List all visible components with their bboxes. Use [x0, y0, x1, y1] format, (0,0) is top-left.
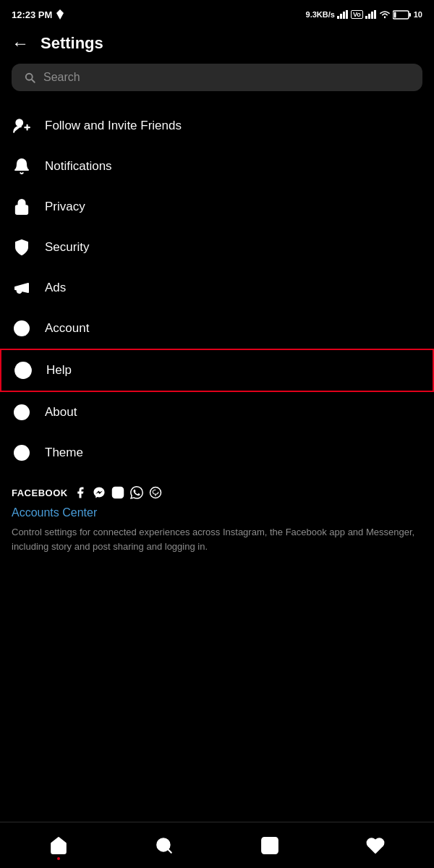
facebook-header: FACEBOOK	[12, 486, 422, 499]
facebook-icons	[74, 486, 162, 499]
menu-label-notifications: Notifications	[45, 159, 112, 174]
svg-rect-2	[340, 14, 342, 19]
menu-item-theme[interactable]: Theme	[0, 433, 434, 473]
menu-item-security[interactable]: Security	[0, 227, 434, 268]
svg-point-33	[24, 451, 26, 453]
info-circle-icon	[12, 402, 32, 422]
svg-rect-3	[343, 12, 345, 19]
svg-point-35	[116, 490, 120, 495]
search-bar[interactable]: Search	[12, 64, 422, 91]
svg-point-22	[20, 367, 27, 374]
svg-rect-6	[368, 14, 370, 19]
accounts-center-link[interactable]: Accounts Center	[12, 506, 422, 519]
menu-item-about[interactable]: About	[0, 392, 434, 433]
volte-badge: Vo	[351, 10, 363, 19]
menu-label-theme: Theme	[45, 446, 83, 460]
bell-icon	[12, 156, 32, 176]
lifebuoy-icon	[13, 360, 33, 380]
heart-icon	[366, 836, 385, 855]
svg-point-13	[16, 119, 22, 126]
svg-line-39	[168, 849, 171, 853]
search-nav-icon	[155, 836, 174, 855]
threads-icon	[149, 486, 162, 499]
search-placeholder: Search	[43, 71, 80, 84]
svg-rect-8	[374, 10, 376, 19]
facebook-section: FACEBOOK	[0, 473, 434, 559]
status-time: 12:23 PM	[12, 9, 52, 20]
nav-home[interactable]	[38, 828, 79, 863]
lock-icon	[12, 197, 32, 217]
home-active-dot	[57, 857, 60, 860]
svg-rect-1	[337, 16, 339, 19]
svg-rect-5	[365, 16, 367, 19]
svg-rect-4	[346, 10, 348, 19]
svg-point-18	[27, 288, 28, 289]
menu-item-ads[interactable]: Ads	[0, 268, 434, 308]
home-icon	[49, 836, 68, 855]
svg-point-32	[21, 448, 23, 451]
wifi-icon	[379, 10, 391, 19]
menu-item-privacy[interactable]: Privacy	[0, 187, 434, 227]
svg-rect-16	[16, 205, 28, 214]
signal-icon-2	[365, 10, 377, 19]
facebook-label: FACEBOOK	[12, 488, 68, 498]
nav-search[interactable]	[144, 828, 184, 863]
shield-check-icon	[12, 237, 32, 258]
svg-point-31	[18, 451, 20, 453]
menu-label-account: Account	[45, 321, 89, 336]
search-container: Search	[0, 64, 434, 106]
whatsapp-icon	[130, 486, 143, 499]
menu-list: Follow and Invite Friends Notifications …	[0, 106, 434, 473]
facebook-icon	[74, 486, 87, 499]
battery-percent: 10	[414, 10, 422, 19]
messenger-icon	[93, 486, 106, 499]
svg-point-37	[150, 488, 161, 498]
megaphone-icon	[12, 278, 32, 298]
menu-label-privacy: Privacy	[45, 200, 85, 214]
menu-label-security: Security	[45, 240, 89, 255]
svg-rect-12	[393, 12, 396, 17]
header: ← Settings	[0, 26, 434, 64]
svg-rect-11	[409, 13, 411, 17]
bottom-nav	[0, 822, 434, 868]
menu-item-follow-invite[interactable]: Follow and Invite Friends	[0, 106, 434, 146]
menu-item-notifications[interactable]: Notifications	[0, 146, 434, 187]
person-circle-icon	[12, 318, 32, 339]
back-button[interactable]: ←	[12, 33, 29, 54]
menu-item-help[interactable]: Help	[0, 349, 434, 392]
svg-point-36	[120, 489, 122, 490]
nav-heart[interactable]	[355, 828, 396, 863]
search-icon	[23, 71, 36, 84]
instagram-icon	[111, 486, 124, 499]
menu-label-about: About	[45, 405, 77, 420]
svg-point-20	[20, 325, 24, 329]
menu-label-ads: Ads	[45, 281, 66, 295]
network-speed: 9.3KB/s	[306, 10, 335, 19]
menu-label-help: Help	[46, 363, 72, 378]
status-bar: 12:23 PM 9.3KB/s Vo	[0, 0, 434, 26]
svg-marker-0	[56, 9, 64, 20]
location-icon	[56, 9, 64, 20]
signal-icon	[337, 10, 349, 19]
svg-rect-7	[371, 12, 373, 19]
person-add-icon	[12, 116, 32, 136]
accounts-center-desc: Control settings for connected experienc…	[12, 525, 422, 553]
battery-icon	[393, 10, 412, 20]
menu-label-follow-invite: Follow and Invite Friends	[45, 119, 182, 133]
svg-point-9	[384, 17, 386, 18]
palette-icon	[12, 443, 32, 463]
menu-item-account[interactable]: Account	[0, 308, 434, 349]
page-title: Settings	[41, 34, 103, 53]
reels-icon	[260, 836, 279, 855]
nav-reels[interactable]	[250, 828, 290, 863]
